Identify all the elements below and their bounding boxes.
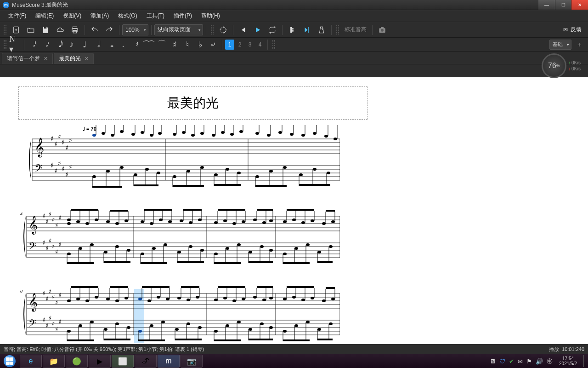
natural-button[interactable]: ♮ [181, 39, 193, 51]
concert-pitch-label[interactable]: 标准音高 [342, 26, 369, 34]
title-frame[interactable]: 最美的光 [18, 86, 368, 120]
8th-note-button[interactable]: ♪ [66, 39, 78, 51]
menu-file[interactable]: 文件(F) [4, 10, 31, 22]
taskbar-musescore[interactable]: m [158, 355, 180, 368]
start-button[interactable] [0, 354, 19, 368]
tie-button[interactable]: ⁀⁀ [143, 39, 155, 51]
document-tab[interactable]: 请笃信一个梦 ✕ [2, 53, 53, 64]
svg-point-121 [301, 134, 305, 137]
voice-4-button[interactable]: 4 [255, 40, 265, 50]
repeat-start-button[interactable] [285, 23, 299, 36]
close-tab-icon[interactable]: ✕ [85, 56, 89, 62]
tray-flag-icon[interactable]: ⚑ [526, 358, 532, 365]
taskbar-app[interactable]: 🖇 [135, 355, 157, 368]
menu-help[interactable]: 帮助(H) [197, 10, 225, 22]
tray-icon[interactable]: ✔ [509, 358, 514, 365]
quarter-note-button[interactable]: ♩ [79, 39, 90, 51]
toolbar-handle[interactable] [4, 40, 6, 49]
svg-text:♯: ♯ [58, 214, 61, 221]
32nd-note-button[interactable]: 𝅘𝅥𝅯 [40, 39, 52, 51]
tray-volume-icon[interactable]: 🔊 [536, 358, 543, 365]
tray-icon[interactable]: 🛡 [499, 358, 505, 365]
svg-point-280 [294, 247, 298, 250]
zoom-select[interactable]: 100% [122, 24, 148, 35]
menu-plugins[interactable]: 插件(P) [169, 10, 197, 22]
cloud-button[interactable] [53, 23, 67, 36]
svg-point-332 [124, 297, 128, 299]
music-system-1[interactable]: ♩ = 70 𝄞 ♯♯♯♯♯♯ 𝄢 ♯♯♯♯♯♯ [18, 125, 368, 194]
flip-button[interactable]: ⤾ [207, 39, 219, 51]
sharp-button[interactable]: ♯ [169, 39, 181, 51]
rewind-button[interactable] [236, 23, 250, 36]
close-tab-icon[interactable]: ✕ [44, 56, 48, 62]
taskbar-media-player[interactable]: ▶ [89, 355, 111, 368]
taskbar-chrome[interactable]: 🟢 [66, 355, 88, 368]
slur-button[interactable]: ⌒ [156, 39, 168, 51]
64th-note-button[interactable]: 𝅘𝅥𝅰 [27, 39, 39, 51]
image-capture-button[interactable] [216, 23, 230, 36]
svg-text:𝄢: 𝄢 [34, 162, 43, 177]
svg-point-131 [269, 170, 273, 172]
close-button[interactable]: ✕ [571, 0, 588, 10]
menu-add[interactable]: 添加(A) [86, 10, 113, 22]
minimize-button[interactable]: — [538, 0, 555, 10]
print-button[interactable] [68, 23, 82, 36]
music-system-2[interactable]: 4 𝄞 ♯♯♯♯♯♯ 𝄢 ♯♯♯♯♯♯ [18, 207, 368, 271]
whole-note-button[interactable]: 𝅝 [104, 39, 116, 51]
main-toolbar: 100% 纵向滚动页面 标准音高 ✉ 反馈 [0, 22, 588, 38]
menu-tools[interactable]: 工具(T) [142, 10, 169, 22]
score-canvas[interactable]: 最美的光 ♩ = 70 𝄞 ♯♯♯♯♯♯ 𝄢 ♯♯♯♯♯♯ [0, 77, 588, 344]
svg-text:♯: ♯ [49, 288, 51, 295]
playback-label: 播放 [549, 346, 559, 353]
menu-edit[interactable]: 编辑(E) [31, 10, 58, 22]
taskbar-explorer[interactable]: 📁 [43, 355, 65, 368]
workspace-select[interactable]: 基础 [549, 40, 571, 50]
menu-view[interactable]: 视图(V) [58, 10, 86, 22]
half-note-button[interactable]: 𝅗𝅥 [91, 39, 103, 51]
play-button[interactable] [251, 23, 265, 36]
tray-icon[interactable]: ✉ [518, 358, 523, 365]
maximize-button[interactable]: ☐ [555, 0, 571, 10]
note-input-mode-button[interactable]: N ▾ [9, 39, 21, 51]
svg-point-321 [67, 299, 71, 302]
svg-point-74 [145, 168, 149, 171]
toolbar-handle[interactable] [336, 25, 339, 34]
voice-2-button[interactable]: 2 [235, 40, 244, 50]
camera-button[interactable] [375, 23, 389, 36]
scroll-mode-select[interactable]: 纵向滚动页面 [154, 24, 203, 35]
repeat-end-button[interactable] [300, 23, 314, 36]
toolbar-handle[interactable] [272, 40, 275, 49]
voice-1-button[interactable]: 1 [225, 40, 234, 50]
document-tab[interactable]: 最美的光 ✕ [54, 53, 94, 64]
svg-text:𝄞: 𝄞 [28, 293, 38, 312]
svg-point-194 [168, 220, 172, 223]
toolbar-handle[interactable] [211, 25, 214, 34]
tray-ime-icon[interactable]: ㊥ [547, 357, 553, 365]
redo-button[interactable] [102, 23, 116, 36]
undo-button[interactable] [88, 23, 102, 36]
menu-format[interactable]: 格式(O) [113, 10, 141, 22]
rest-button[interactable]: 𝄽 [130, 39, 142, 51]
network-speed-overlay[interactable]: 76% ↑0K/s ↓0K/s [542, 53, 581, 78]
svg-point-370 [292, 296, 296, 299]
svg-point-177 [85, 222, 89, 225]
dot-button[interactable]: . [117, 39, 129, 51]
16th-note-button[interactable]: 𝅘𝅥𝅮 [53, 39, 65, 51]
add-workspace-button[interactable]: + [574, 40, 584, 50]
toolbar-handle[interactable] [4, 25, 6, 34]
taskbar-app-green[interactable]: ⬜ [112, 355, 134, 368]
voice-3-button[interactable]: 3 [245, 40, 254, 50]
loop-button[interactable] [266, 23, 279, 36]
show-desktop-button[interactable] [583, 355, 587, 367]
tray-icon[interactable]: 🖥 [490, 358, 496, 365]
music-system-3[interactable]: 8 𝄞 ♯♯♯♯♯♯ 𝄢 ♯♯♯♯♯♯ [18, 284, 368, 344]
taskbar-app[interactable]: 📷 [181, 355, 203, 368]
feedback-button[interactable]: ✉ 反馈 [563, 26, 586, 34]
save-button[interactable] [39, 23, 52, 36]
metronome-button[interactable] [315, 23, 328, 36]
taskbar-clock[interactable]: 17:54 2021/5/2 [556, 356, 580, 366]
score-title[interactable]: 最美的光 [19, 94, 367, 112]
taskbar-ie[interactable]: e [20, 355, 42, 368]
open-file-button[interactable] [24, 23, 38, 36]
flat-button[interactable]: ♭ [194, 39, 206, 51]
